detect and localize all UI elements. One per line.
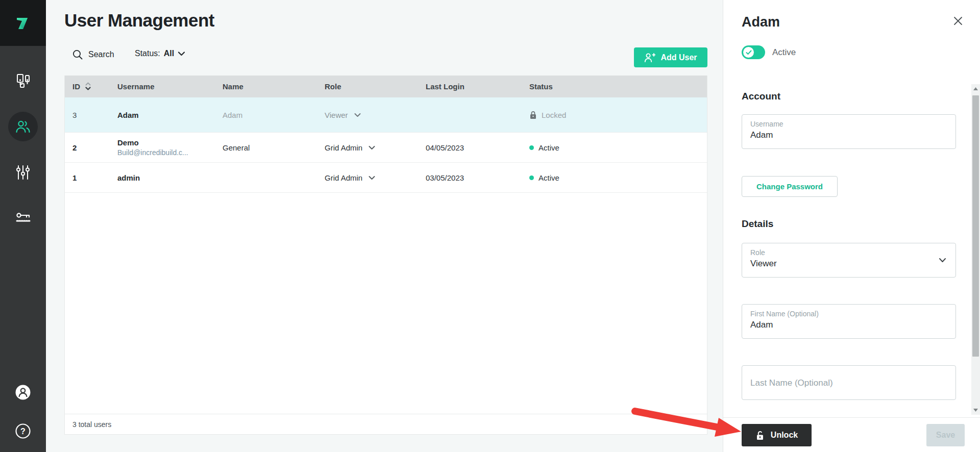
status-filter[interactable]: Status: All	[135, 49, 185, 58]
cell-last-login: 03/05/2023	[426, 173, 529, 182]
sidebar-item-agents[interactable]	[0, 66, 46, 95]
search-label: Search	[88, 50, 114, 59]
chevron-down-icon	[369, 175, 375, 180]
scrollbar-down-arrow[interactable]	[971, 406, 980, 415]
account-section-heading: Account	[742, 91, 780, 102]
status-filter-value: All	[164, 49, 174, 58]
column-header-status[interactable]: Status	[529, 82, 707, 91]
incredibuild-logo-icon	[12, 12, 34, 34]
role-select-value: Viewer	[750, 259, 947, 269]
svg-text:?: ?	[20, 427, 26, 436]
role-select[interactable]: Role Viewer	[742, 243, 956, 278]
cell-id: 1	[65, 173, 117, 182]
first-name-value: Adam	[750, 320, 947, 330]
cell-status: Active	[529, 173, 707, 182]
search-icon	[72, 49, 83, 60]
column-header-name[interactable]: Name	[223, 82, 325, 91]
unlock-button[interactable]: Unlock	[742, 424, 812, 446]
active-toggle-row: Active	[742, 45, 796, 59]
first-name-label: First Name (Optional)	[750, 310, 947, 318]
cell-name: General	[223, 143, 325, 152]
active-toggle[interactable]	[742, 45, 765, 59]
active-toggle-label: Active	[772, 47, 796, 58]
table-header-row: ID Username Name Role Last Login Status	[65, 76, 707, 97]
column-header-role[interactable]: Role	[325, 82, 426, 91]
chevron-down-icon	[369, 145, 375, 150]
sidebar: ?	[0, 0, 46, 452]
status-filter-label: Status:	[135, 49, 160, 58]
active-status-dot	[529, 175, 534, 180]
status-text: Active	[538, 143, 559, 152]
sort-icon	[85, 82, 91, 91]
app-screen: ? User Management Search Status: All	[0, 0, 980, 452]
users-icon	[15, 119, 31, 134]
cell-username: Demo Build@incredibuild.c...	[117, 138, 223, 157]
user-detail-panel: Adam Active Account Username Adam Change…	[723, 0, 980, 452]
role-dropdown[interactable]: Grid Admin	[325, 173, 426, 182]
unlock-button-label: Unlock	[771, 431, 798, 440]
role-value: Viewer	[325, 111, 348, 119]
username-text: admin	[117, 173, 223, 182]
sidebar-item-licenses[interactable]	[0, 203, 46, 233]
table-footer: 3 total users	[65, 414, 707, 434]
username-field-label: Username	[750, 120, 947, 128]
last-name-placeholder: Last Name (Optional)	[750, 378, 947, 388]
role-dropdown[interactable]: Grid Admin	[325, 143, 426, 152]
close-panel-button[interactable]	[952, 15, 964, 28]
agents-icon	[14, 73, 32, 88]
cell-name: Adam	[223, 111, 325, 119]
users-table: ID Username Name Role Last Login Status …	[64, 76, 707, 435]
column-header-id[interactable]: ID	[65, 82, 117, 91]
settings-sliders-icon	[15, 164, 31, 181]
cell-id: 3	[65, 111, 117, 119]
role-value: Grid Admin	[325, 173, 362, 182]
app-logo[interactable]	[0, 0, 46, 46]
last-name-field[interactable]: Last Name (Optional)	[742, 365, 956, 400]
triangle-up-icon	[973, 87, 978, 90]
table-row[interactable]: 3 Adam Adam Viewer Locked	[65, 97, 707, 133]
username-text: Adam	[117, 111, 223, 119]
username-text: Demo	[117, 138, 223, 147]
user-email-text: Build@incredibuild.c...	[117, 148, 223, 157]
sidebar-item-settings[interactable]	[0, 158, 46, 187]
toolbar: Search Status: All Add User	[64, 45, 707, 68]
add-user-button[interactable]: Add User	[634, 47, 707, 67]
username-field-value: Adam	[750, 130, 947, 140]
table-row[interactable]: 2 Demo Build@incredibuild.c... General G…	[65, 133, 707, 163]
status-text: Active	[538, 173, 559, 182]
sidebar-item-help[interactable]: ?	[0, 416, 46, 446]
role-select-label: Role	[750, 248, 947, 257]
cell-username: admin	[117, 173, 223, 182]
column-header-last-login[interactable]: Last Login	[426, 82, 529, 91]
status-text: Locked	[542, 111, 566, 119]
table-empty-area	[65, 193, 707, 414]
chevron-down-icon	[178, 51, 185, 56]
username-field[interactable]: Username Adam	[742, 114, 956, 149]
first-name-field[interactable]: First Name (Optional) Adam	[742, 304, 956, 339]
panel-title: Adam	[742, 14, 780, 30]
column-header-id-label: ID	[72, 82, 80, 91]
scrollbar-up-arrow[interactable]	[971, 84, 980, 93]
cell-username: Adam	[117, 111, 223, 119]
unlock-icon	[755, 431, 765, 440]
cell-status: Active	[529, 143, 707, 152]
role-dropdown[interactable]: Viewer	[325, 111, 426, 119]
check-icon	[746, 50, 752, 55]
chevron-down-icon	[354, 113, 361, 117]
account-avatar-icon	[15, 384, 31, 400]
panel-scrollbar[interactable]	[971, 84, 980, 415]
change-password-button[interactable]: Change Password	[742, 176, 838, 197]
save-button[interactable]: Save	[926, 424, 965, 446]
sidebar-item-users[interactable]	[0, 112, 46, 141]
toggle-knob	[743, 47, 754, 58]
page-title: User Management	[64, 10, 214, 31]
scrollbar-thumb[interactable]	[972, 95, 979, 357]
column-header-username[interactable]: Username	[117, 82, 223, 91]
total-users-count: 3 total users	[72, 420, 111, 429]
table-row[interactable]: 1 admin Grid Admin 03/05/2023 Active	[65, 163, 707, 193]
search-control[interactable]: Search	[72, 49, 114, 60]
cell-id: 2	[65, 143, 117, 152]
sidebar-item-account[interactable]	[0, 378, 46, 407]
cell-status: Locked	[529, 111, 707, 119]
add-user-icon	[644, 53, 655, 63]
